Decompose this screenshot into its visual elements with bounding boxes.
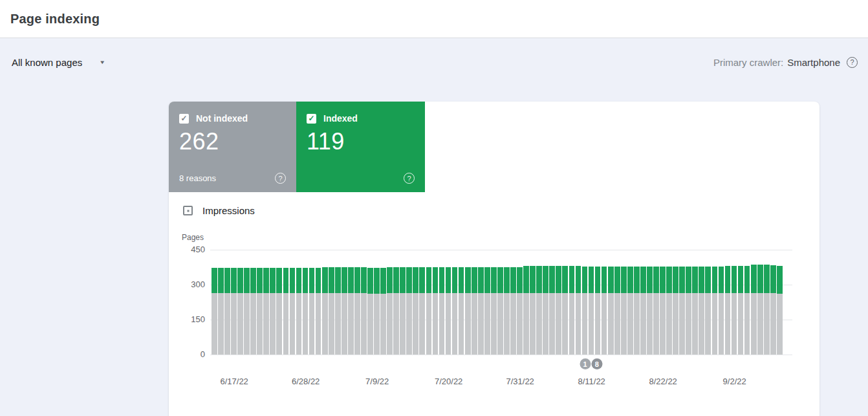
- stacked-bar[interactable]: [562, 266, 568, 355]
- stacked-bar[interactable]: [426, 267, 432, 355]
- stacked-bar[interactable]: [510, 267, 516, 355]
- stacked-bar[interactable]: [770, 265, 776, 355]
- stacked-bar[interactable]: [484, 267, 490, 355]
- page-scope-dropdown[interactable]: All known pages ▼: [10, 52, 107, 73]
- stacked-bar[interactable]: [764, 265, 770, 355]
- stacked-bar[interactable]: [478, 267, 484, 355]
- stacked-bar[interactable]: [517, 267, 523, 355]
- stacked-bar[interactable]: [732, 266, 737, 355]
- stacked-bar[interactable]: [406, 267, 412, 355]
- stacked-bar[interactable]: [608, 267, 614, 355]
- stacked-bar[interactable]: [257, 268, 263, 355]
- stacked-bar[interactable]: [263, 268, 269, 355]
- stacked-bar[interactable]: [569, 266, 575, 355]
- stacked-bar[interactable]: [303, 268, 309, 355]
- impressions-toggle[interactable]: Impressions: [183, 205, 255, 216]
- stacked-bar[interactable]: [354, 267, 360, 355]
- stacked-bar[interactable]: [348, 267, 354, 355]
- stacked-bar[interactable]: [543, 266, 548, 355]
- stacked-bar[interactable]: [439, 267, 445, 355]
- stacked-bar[interactable]: [218, 268, 224, 355]
- stacked-bar[interactable]: [342, 267, 347, 355]
- stacked-bar[interactable]: [634, 267, 640, 355]
- stacked-bar[interactable]: [640, 267, 646, 355]
- stacked-bar[interactable]: [400, 267, 406, 355]
- annotation-badge[interactable]: 8: [591, 358, 602, 369]
- chevron-down-icon: ▼: [99, 60, 105, 65]
- stacked-bar[interactable]: [699, 267, 704, 355]
- stacked-bar[interactable]: [316, 268, 321, 355]
- stacked-bar[interactable]: [296, 268, 302, 355]
- stacked-bar[interactable]: [660, 267, 666, 355]
- stacked-bar[interactable]: [497, 267, 503, 355]
- stacked-bar[interactable]: [329, 267, 334, 355]
- stacked-bar[interactable]: [472, 267, 477, 355]
- not-indexed-toggle[interactable]: ✓ Not indexed 262 8 reasons ?: [169, 102, 296, 192]
- stacked-bar[interactable]: [647, 267, 653, 355]
- stacked-bar[interactable]: [530, 266, 536, 355]
- stacked-bar[interactable]: [283, 268, 289, 355]
- stacked-bar[interactable]: [413, 267, 418, 355]
- stacked-bar[interactable]: [602, 267, 607, 355]
- stacked-bar[interactable]: [309, 268, 315, 355]
- help-icon[interactable]: ?: [404, 173, 415, 184]
- stacked-bar[interactable]: [224, 268, 230, 355]
- stacked-bar[interactable]: [361, 267, 367, 355]
- stacked-bar[interactable]: [446, 267, 451, 355]
- annotation-badge[interactable]: 1: [580, 358, 591, 369]
- stacked-bar[interactable]: [582, 267, 588, 355]
- stacked-bar[interactable]: [614, 267, 620, 355]
- stacked-bar[interactable]: [523, 266, 529, 355]
- stacked-bar[interactable]: [237, 268, 243, 355]
- stacked-bar[interactable]: [276, 268, 282, 355]
- help-icon[interactable]: ?: [275, 173, 286, 184]
- stacked-bar[interactable]: [719, 267, 724, 355]
- stacked-bar[interactable]: [322, 267, 328, 355]
- stacked-bar[interactable]: [744, 266, 750, 355]
- stacked-bar[interactable]: [777, 266, 783, 355]
- stacked-bar[interactable]: [465, 267, 471, 355]
- stacked-bar[interactable]: [290, 268, 296, 355]
- stacked-bar[interactable]: [653, 267, 659, 355]
- not-indexed-reasons-link[interactable]: 8 reasons: [179, 173, 216, 183]
- stacked-bar[interactable]: [589, 267, 594, 355]
- stacked-bar[interactable]: [504, 267, 510, 355]
- stacked-bar[interactable]: [387, 267, 393, 355]
- stacked-bar[interactable]: [374, 268, 380, 355]
- stacked-bar[interactable]: [367, 268, 373, 355]
- stacked-bar[interactable]: [536, 266, 542, 355]
- stacked-bar[interactable]: [393, 267, 399, 355]
- stacked-bar[interactable]: [250, 268, 256, 355]
- stacked-bar[interactable]: [738, 266, 744, 355]
- bar-series[interactable]: [212, 250, 783, 355]
- stacked-bar[interactable]: [244, 268, 250, 355]
- stacked-bar[interactable]: [549, 266, 555, 355]
- stacked-bar[interactable]: [673, 267, 678, 355]
- stacked-bar[interactable]: [621, 267, 627, 355]
- stacked-bar[interactable]: [757, 265, 763, 355]
- stacked-bar[interactable]: [556, 266, 561, 355]
- stacked-bar[interactable]: [419, 267, 425, 355]
- indexed-toggle[interactable]: ✓ Indexed 119 ?: [296, 102, 425, 192]
- stacked-bar[interactable]: [686, 267, 691, 355]
- stacked-bar[interactable]: [666, 267, 672, 355]
- stacked-bar[interactable]: [576, 266, 581, 355]
- stacked-bar[interactable]: [491, 267, 497, 355]
- stacked-bar[interactable]: [231, 268, 237, 355]
- stacked-bar[interactable]: [433, 267, 439, 355]
- stacked-bar[interactable]: [725, 266, 731, 355]
- stacked-bar[interactable]: [380, 268, 386, 355]
- stacked-bar[interactable]: [212, 268, 217, 355]
- stacked-bar[interactable]: [270, 268, 276, 355]
- stacked-bar[interactable]: [335, 267, 341, 355]
- stacked-bar[interactable]: [452, 267, 458, 355]
- stacked-bar[interactable]: [751, 265, 757, 355]
- stacked-bar[interactable]: [705, 267, 711, 355]
- stacked-bar[interactable]: [459, 267, 464, 355]
- stacked-bar[interactable]: [692, 267, 698, 355]
- stacked-bar[interactable]: [627, 267, 633, 355]
- help-icon[interactable]: ?: [847, 57, 858, 68]
- stacked-bar[interactable]: [595, 267, 601, 355]
- stacked-bar[interactable]: [712, 267, 718, 355]
- stacked-bar[interactable]: [679, 267, 685, 355]
